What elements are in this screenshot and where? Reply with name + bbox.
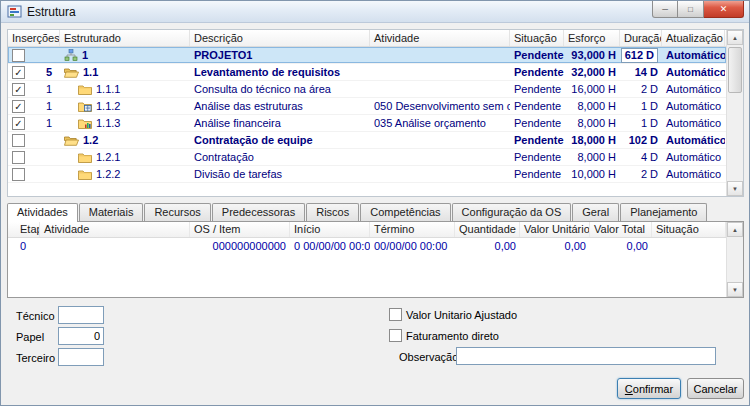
close-button[interactable]: ✕ — [704, 1, 744, 18]
row-esforco: 8,000 H — [564, 98, 620, 114]
subcol-inicio[interactable]: Início — [290, 222, 370, 237]
minimize-icon: ─ — [662, 5, 668, 14]
maximize-button[interactable]: □ — [678, 1, 704, 18]
scrollbar-track[interactable] — [727, 237, 743, 282]
scroll-up-icon[interactable]: ▲ — [727, 30, 743, 45]
cell-quantidade: 0,00 — [455, 238, 520, 254]
subcol-quantidade[interactable]: Quantidade — [455, 222, 520, 237]
column-header-duracao[interactable]: Duração — [620, 30, 662, 46]
folder-open-icon — [64, 135, 79, 146]
subcol-atividade[interactable]: Atividade — [40, 222, 190, 237]
faturamento-direto-label: Faturamento direto — [406, 330, 499, 342]
grid-scrollbar[interactable]: ▲ ▼ — [726, 30, 743, 196]
maximize-icon: □ — [688, 5, 693, 14]
papel-input[interactable] — [58, 327, 104, 345]
cell-valor-unitario: 0,00 — [520, 238, 590, 254]
caption-buttons: ─ □ ✕ — [652, 1, 744, 18]
tab-strip: Atividades Materiais Recursos Predecesso… — [7, 203, 742, 221]
duration-editor[interactable]: 612 D — [621, 48, 658, 63]
tab-geral[interactable]: Geral — [572, 203, 619, 221]
terceiro-label: Terceiro — [16, 352, 55, 364]
observacao-input[interactable] — [456, 347, 716, 365]
scroll-down-icon[interactable]: ▼ — [727, 282, 743, 297]
row-duracao: 1 D — [620, 98, 662, 114]
cell-atividade — [40, 238, 190, 254]
tab-competencias[interactable]: Competências — [360, 203, 450, 221]
confirmar-button[interactable]: Confirmar — [617, 378, 681, 399]
column-header-estruturado[interactable]: Estruturado — [60, 30, 190, 46]
row-atividade — [370, 81, 510, 97]
tab-predecessoras[interactable]: Predecessoras — [212, 203, 305, 221]
row-checkbox[interactable]: ✓ — [12, 117, 25, 130]
row-situacao: Pendente — [510, 81, 564, 97]
column-header-insercoes[interactable]: Inserções — [8, 30, 60, 46]
row-checkbox[interactable] — [12, 134, 25, 147]
structure-row[interactable]: ✓ 1 1.1.3 Análise financeira — [8, 115, 726, 132]
row-descricao: PROJETO1 — [190, 47, 370, 63]
tab-configuracao-da-os[interactable]: Configuração da OS — [452, 203, 572, 221]
tab-riscos[interactable]: Riscos — [306, 203, 359, 221]
row-atividade — [370, 64, 510, 80]
row-atividade — [370, 132, 510, 148]
cancelar-button[interactable]: Cancelar — [687, 378, 744, 399]
subcol-situacao[interactable]: Situação — [652, 222, 726, 237]
structure-row[interactable]: 1.2 Contratação de equipe Pendente 18,00… — [8, 132, 726, 149]
scrollbar-thumb[interactable] — [728, 47, 742, 93]
minimize-button[interactable]: ─ — [652, 1, 678, 18]
scroll-up-icon[interactable]: ▲ — [727, 222, 743, 237]
scrollbar-track[interactable] — [727, 45, 743, 181]
scroll-down-icon[interactable]: ▼ — [727, 181, 743, 196]
structure-code: 1.2.1 — [96, 151, 120, 163]
column-header-atividade[interactable]: Atividade — [370, 30, 510, 46]
close-icon: ✕ — [720, 4, 728, 14]
structure-code: 1.2.2 — [96, 168, 120, 180]
row-situacao: Pendente — [510, 132, 564, 148]
subcol-os-item[interactable]: OS / Item — [190, 222, 290, 237]
atividade-row[interactable]: 0 000000000000 0 00/00/00 00:00 00/00/00… — [8, 238, 726, 254]
structure-row[interactable]: 1.2.1 Contratação Pendente 8,000 H 4 D A… — [8, 149, 726, 166]
structure-code: 1.2 — [83, 134, 98, 146]
row-checkbox[interactable]: ✓ — [12, 100, 25, 113]
folder-icon — [78, 152, 92, 163]
column-header-situacao[interactable]: Situação — [510, 30, 564, 46]
tecnico-input[interactable] — [58, 306, 104, 324]
row-atualizacao: Automático — [662, 149, 725, 165]
row-checkbox[interactable]: ✓ — [12, 83, 25, 96]
row-checkbox[interactable] — [12, 168, 25, 181]
row-duracao: 2 D — [620, 81, 662, 97]
structure-row[interactable]: ✓ 1 1.1.1 Consulta do técnico na área Pe… — [8, 81, 726, 98]
tab-atividades[interactable]: Atividades — [7, 203, 78, 222]
title-bar[interactable]: Estrutura ─ □ ✕ — [1, 1, 749, 23]
subcol-valor-total[interactable]: Valor Total — [590, 222, 652, 237]
structure-row[interactable]: ✓ 1 1.1.2 Análise das estruturas 050 Des… — [8, 98, 726, 115]
tab-recursos[interactable]: Recursos — [144, 203, 210, 221]
subcol-etapa[interactable]: Etapa — [8, 222, 40, 237]
row-situacao: Pendente — [510, 115, 564, 131]
papel-label: Papel — [16, 331, 44, 343]
observacao-label: Observação — [399, 351, 458, 363]
structure-row[interactable]: 1.2.2 Divisão de tarefas Pendente 10,000… — [8, 166, 726, 183]
row-atualizacao: Automático — [662, 64, 725, 80]
terceiro-input[interactable] — [58, 348, 104, 366]
subcol-valor-unitario[interactable]: Valor Unitário — [520, 222, 590, 237]
structure-row[interactable]: 1 PROJETO1 Pendente 93,000 H 612 D Autom… — [8, 47, 726, 64]
column-header-esforco[interactable]: Esforço — [564, 30, 620, 46]
row-checkbox[interactable] — [12, 151, 25, 164]
subcol-termino[interactable]: Término — [370, 222, 455, 237]
row-atualizacao: Automático — [662, 166, 725, 182]
row-esforco: 93,000 H — [564, 47, 620, 63]
valor-unitario-ajustado-checkbox[interactable] — [389, 308, 402, 321]
row-esforco: 10,000 H — [564, 166, 620, 182]
row-checkbox[interactable]: ✓ — [12, 66, 25, 79]
tab-planejamento[interactable]: Planejamento — [620, 203, 707, 221]
row-esforco: 8,000 H — [564, 149, 620, 165]
column-header-atualizacao[interactable]: Atualização — [662, 30, 725, 46]
row-checkbox[interactable] — [12, 49, 25, 62]
row-situacao: Pendente — [510, 166, 564, 182]
subtable-scrollbar[interactable]: ▲ ▼ — [726, 222, 743, 297]
tab-materiais[interactable]: Materiais — [79, 203, 144, 221]
column-header-descricao[interactable]: Descrição — [190, 30, 370, 46]
faturamento-direto-checkbox[interactable] — [389, 329, 402, 342]
cell-etapa: 0 — [8, 238, 40, 254]
structure-row[interactable]: ✓ 5 1.1 Levantamento de requisitos Pende… — [8, 64, 726, 81]
